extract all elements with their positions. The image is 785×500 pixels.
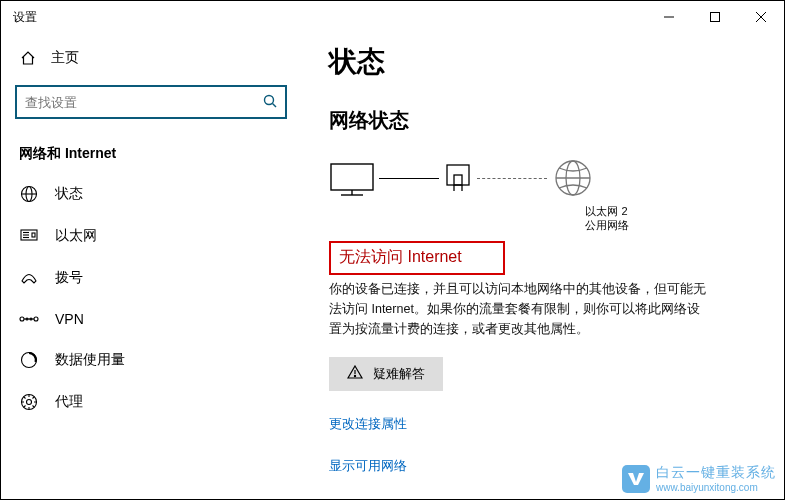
search-icon [263,94,277,111]
troubleshoot-button[interactable]: 疑难解答 [329,357,443,391]
svg-line-5 [273,103,277,107]
nav-label: 以太网 [55,227,97,245]
error-highlight: 无法访问 Internet [329,241,505,275]
section-title: 网络状态 [329,107,764,134]
error-title: 无法访问 Internet [339,247,462,268]
nav-ethernet[interactable]: 以太网 [15,215,287,257]
warning-icon [347,365,363,382]
close-button[interactable] [738,1,784,33]
nav-label: VPN [55,311,84,327]
nav-status[interactable]: 状态 [15,173,287,215]
svg-rect-10 [32,233,35,237]
svg-rect-22 [331,164,373,190]
page-title: 状态 [329,43,764,81]
home-label: 主页 [51,49,79,67]
svg-point-15 [34,317,38,321]
nav-proxy[interactable]: 代理 [15,381,287,423]
nav-label: 状态 [55,185,83,203]
globe-large-icon [551,156,595,200]
svg-point-4 [265,95,274,104]
pc-icon [329,162,375,194]
dialup-icon [19,271,39,285]
change-properties-link[interactable]: 更改连接属性 [329,415,764,433]
router-icon [443,161,473,196]
search-input-wrap[interactable] [15,85,287,119]
svg-point-33 [354,375,355,376]
search-input[interactable] [25,95,263,110]
sidebar-section: 网络和 Internet [19,145,287,163]
proxy-icon [19,393,39,411]
nav-label: 拨号 [55,269,83,287]
minimize-button[interactable] [646,1,692,33]
watermark: 白云一键重装系统 www.baiyunxitong.com [622,464,776,493]
network-diagram [329,156,764,200]
nav-label: 数据使用量 [55,351,125,369]
data-usage-icon [19,351,39,369]
svg-point-14 [20,317,24,321]
error-description: 你的设备已连接，并且可以访问本地网络中的其他设备，但可能无法访问 Interne… [329,279,709,339]
svg-point-21 [27,400,32,405]
svg-rect-26 [454,175,462,185]
home-nav[interactable]: 主页 [15,41,287,75]
svg-rect-1 [711,13,720,22]
nav-dialup[interactable]: 拨号 [15,257,287,299]
maximize-button[interactable] [692,1,738,33]
window-title: 设置 [13,9,646,26]
troubleshoot-label: 疑难解答 [373,365,425,383]
home-icon [19,50,37,66]
watermark-text: 白云一键重装系统 [656,464,776,482]
ethernet-icon [19,229,39,243]
nav-data-usage[interactable]: 数据使用量 [15,339,287,381]
adapter-label: 以太网 2 公用网络 [449,204,764,233]
nav-label: 代理 [55,393,83,411]
globe-icon [19,185,39,203]
watermark-url: www.baiyunxitong.com [656,482,776,493]
vpn-icon [19,313,39,325]
watermark-icon [622,465,650,493]
nav-vpn[interactable]: VPN [15,299,287,339]
